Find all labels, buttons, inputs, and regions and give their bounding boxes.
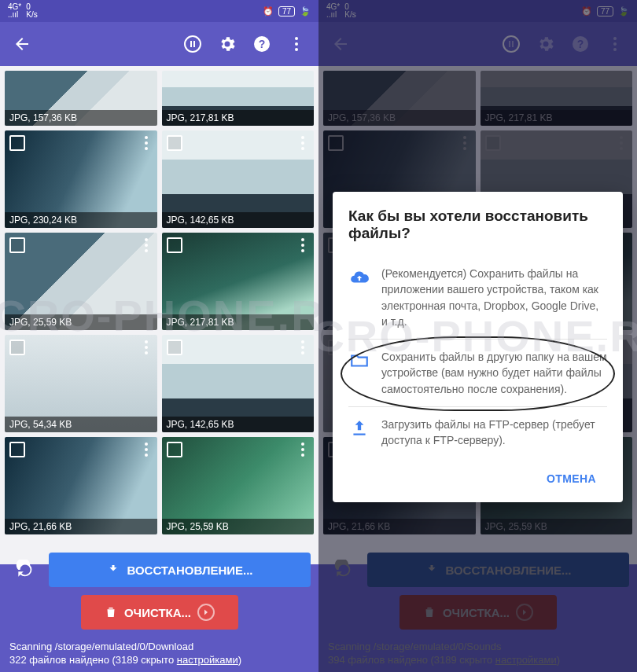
clean-button[interactable]: ОЧИСТКА... xyxy=(81,595,238,630)
svg-text:?: ? xyxy=(259,38,266,50)
file-label: JPG, 217,81 KB xyxy=(162,314,315,330)
leaf-icon: 🍃 xyxy=(300,6,311,17)
option-folder[interactable]: Сохранить файлы в другую папку на вашем … xyxy=(348,340,607,406)
card-overflow-button[interactable] xyxy=(138,236,154,255)
option-ftp[interactable]: Загрузить файлы на FTP-сервер (требует д… xyxy=(348,407,607,458)
photo-card[interactable]: JPG, 217,81 KB xyxy=(162,233,315,330)
file-label: JPG, 25,59 KB xyxy=(162,519,315,534)
file-label: JPG, 217,81 KB xyxy=(162,110,315,126)
card-overflow-button[interactable] xyxy=(138,338,154,357)
photo-card[interactable]: JPG, 142,65 KB xyxy=(162,335,315,432)
settings-button[interactable] xyxy=(212,28,243,60)
photo-card[interactable]: JPG, 54,34 KB xyxy=(5,335,157,432)
option-cloud[interactable]: (Рекомендуется) Сохранить файлы на прило… xyxy=(348,256,607,339)
action-bar: ВОССТАНОВЛЕНИЕ... ОЧИСТКА... xyxy=(0,548,318,634)
file-label: JPG, 25,59 KB xyxy=(5,314,157,330)
status-bar: 4G*..ııl 0K/s ⏰ 77 🍃 xyxy=(0,0,318,22)
checkbox[interactable] xyxy=(9,442,25,457)
pause-button[interactable] xyxy=(177,28,208,60)
refresh-button[interactable] xyxy=(8,553,42,587)
card-overflow-button[interactable] xyxy=(295,440,311,459)
help-button[interactable]: ? xyxy=(246,28,278,60)
card-overflow-button[interactable] xyxy=(295,134,311,152)
checkbox[interactable] xyxy=(167,442,182,457)
screen-right: 4G*..ııl 0K/s ⏰ 77 🍃 ? JPG, 157,36 KBJPG… xyxy=(318,0,637,672)
restore-dialog: Как бы вы хотели восстановить файлы? (Ре… xyxy=(333,192,623,502)
photo-card[interactable]: JPG, 157,36 KB xyxy=(5,71,157,126)
photo-card[interactable]: JPG, 142,65 KB xyxy=(162,130,315,228)
file-label: JPG, 142,65 KB xyxy=(162,417,315,432)
card-overflow-button[interactable] xyxy=(295,236,311,255)
checkbox[interactable] xyxy=(9,340,25,355)
photo-grid: JPG, 157,36 KBJPG, 217,81 KBJPG, 230,24 … xyxy=(0,66,318,564)
highlight-ellipse xyxy=(341,336,615,411)
card-overflow-button[interactable] xyxy=(138,134,154,152)
alarm-icon: ⏰ xyxy=(263,6,274,17)
cloud-upload-icon xyxy=(348,266,370,329)
photo-card[interactable]: JPG, 25,59 KB xyxy=(5,233,157,330)
checkbox[interactable] xyxy=(167,237,182,253)
file-label: JPG, 54,34 KB xyxy=(5,417,157,432)
svg-point-6 xyxy=(295,42,298,46)
upload-icon xyxy=(348,417,370,449)
card-overflow-button[interactable] xyxy=(138,440,154,459)
back-button[interactable] xyxy=(6,28,38,60)
dialog-title: Как бы вы хотели восстановить файлы? xyxy=(348,207,607,242)
card-overflow-button[interactable] xyxy=(295,338,311,357)
settings-link[interactable]: настройками xyxy=(177,654,238,666)
file-label: JPG, 230,24 KB xyxy=(5,212,157,228)
photo-card[interactable]: JPG, 21,66 KB xyxy=(5,437,157,534)
checkbox[interactable] xyxy=(167,340,182,355)
screen-left: 4G*..ııl 0K/s ⏰ 77 🍃 ? JPG, 157,36 KBJPG… xyxy=(0,0,318,672)
file-label: JPG, 142,65 KB xyxy=(162,212,315,228)
checkbox[interactable] xyxy=(9,135,25,151)
file-label: JPG, 21,66 KB xyxy=(5,519,157,534)
scan-status: Scanning /storage/emulated/0/Download 32… xyxy=(0,637,318,672)
svg-rect-1 xyxy=(190,41,192,47)
svg-point-5 xyxy=(295,37,298,40)
checkbox[interactable] xyxy=(9,237,25,253)
file-label: JPG, 157,36 KB xyxy=(5,110,157,126)
toolbar: ? xyxy=(0,22,318,66)
checkbox[interactable] xyxy=(167,135,182,151)
svg-point-0 xyxy=(185,36,201,52)
photo-card[interactable]: JPG, 230,24 KB xyxy=(5,130,157,228)
cancel-button[interactable]: ОТМЕНА xyxy=(539,466,604,491)
battery-indicator: 77 xyxy=(278,6,295,17)
photo-card[interactable]: JPG, 25,59 KB xyxy=(162,437,315,534)
signal-indicator: 4G*..ııl xyxy=(8,3,21,19)
svg-rect-2 xyxy=(193,41,195,47)
restore-button[interactable]: ВОССТАНОВЛЕНИЕ... xyxy=(49,553,311,587)
arrow-right-icon xyxy=(197,604,215,621)
photo-card[interactable]: JPG, 217,81 KB xyxy=(162,71,315,126)
netspeed: 0K/s xyxy=(26,3,37,19)
svg-point-7 xyxy=(295,48,298,51)
overflow-button[interactable] xyxy=(281,28,312,60)
